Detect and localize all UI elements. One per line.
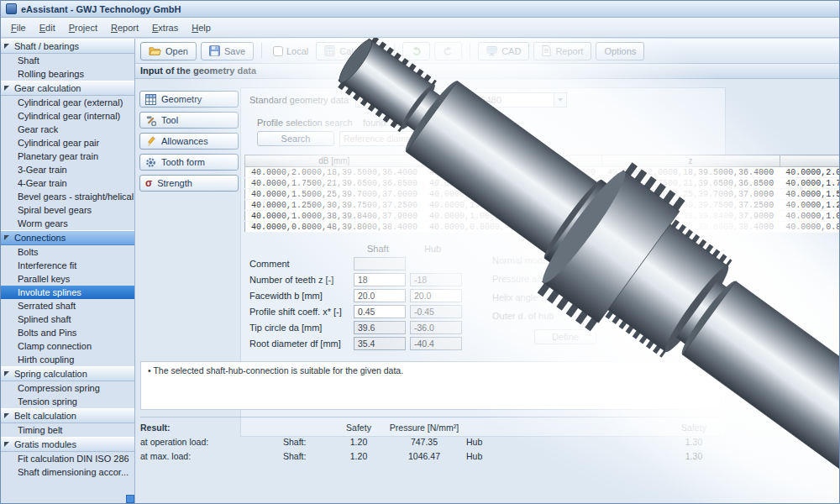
menu-item[interactable]: Project: [62, 20, 104, 35]
sidebar-item[interactable]: Bevel gears - straight/helical: [1, 190, 134, 203]
hub-value-field[interactable]: [410, 305, 462, 318]
shaft-value-field[interactable]: [354, 273, 406, 286]
open-button[interactable]: Open: [140, 42, 197, 60]
sidebar-item[interactable]: Involute splines: [1, 286, 134, 299]
sidebar-group-header[interactable]: Spring calculation: [1, 366, 134, 381]
redo-icon: [443, 45, 454, 56]
table-cell: 40.0000,1.2500,30,39.7500,37.2500: [780, 200, 839, 211]
sidebar-item[interactable]: Tension spring: [1, 395, 134, 408]
local-label: Local: [286, 46, 308, 56]
save-button[interactable]: Save: [201, 42, 254, 60]
redo-button[interactable]: [434, 42, 462, 60]
hub-value-field[interactable]: [410, 289, 462, 302]
tool-button[interactable]: Tool: [139, 112, 239, 129]
sidebar-item[interactable]: Spiral bevel gears: [1, 203, 134, 217]
sidebar-item[interactable]: Planetary gear train: [1, 150, 134, 163]
sidebar-group-header[interactable]: Belt calculation: [1, 408, 134, 423]
hub-value-field[interactable]: [410, 273, 462, 286]
table-row[interactable]: 40.0000,1.2500,30,39.7500,37.250040.0000…: [245, 200, 840, 211]
menu-item[interactable]: File: [4, 20, 33, 35]
undo-button[interactable]: [402, 42, 430, 60]
sidebar-item[interactable]: Splined shaft: [1, 312, 134, 326]
sidebar-group-label: Shaft / bearings: [14, 41, 79, 51]
sidebar-group: Shaft / bearings Shaft Rolling bearings: [1, 39, 134, 81]
hub-value-field[interactable]: [410, 321, 462, 334]
table-row[interactable]: 40.0000,0.8000,48,39.8000,38.400040.0000…: [245, 222, 840, 233]
report-button[interactable]: Report: [533, 42, 591, 60]
sidebar-group-header[interactable]: Shaft / bearings: [1, 39, 134, 54]
result-section: Result: Safety Pressure [N/mm²] Safety a…: [140, 417, 722, 464]
strength-button[interactable]: σ Strength: [139, 175, 239, 192]
sidebar-item[interactable]: Cylindrical gear (internal): [1, 109, 134, 123]
geometry-button[interactable]: Geometry: [139, 91, 239, 108]
sidebar-item[interactable]: Clamp connection: [1, 339, 134, 353]
sidebar-item[interactable]: Cylindrical gear (external): [1, 96, 134, 109]
module-nav-buttons: Geometry Tool Allowances Tooth form: [139, 91, 239, 192]
shaft-value-field[interactable]: [354, 305, 406, 318]
hub-safety-value: 1.30: [666, 449, 722, 464]
table-header-cell[interactable]: z: [601, 155, 780, 167]
sidebar-group-header[interactable]: Gear calculation: [1, 81, 134, 96]
sidebar-item[interactable]: Bolts: [1, 245, 134, 259]
reference-diameter-input[interactable]: [339, 131, 472, 146]
sidebar-item[interactable]: Rolling bearings: [1, 67, 134, 81]
search-button[interactable]: Search: [257, 131, 334, 146]
shaft-value-field[interactable]: [354, 337, 406, 350]
cad-button[interactable]: CAD: [478, 42, 529, 60]
table-cell: 40.0000,2.0000,18,39.5000,36.4000: [780, 167, 839, 178]
menu-item[interactable]: Edit: [33, 20, 62, 35]
sidebar-item[interactable]: Serrated shaft: [1, 299, 134, 312]
menu-item[interactable]: Help: [185, 20, 218, 35]
sidebar-group-header[interactable]: Connections: [1, 230, 134, 245]
sidebar-item[interactable]: Compression spring: [1, 381, 134, 395]
group-expand-icon: [4, 44, 9, 49]
menu-item[interactable]: Report: [104, 20, 145, 35]
geometry-profile-value: involute gear profile acc. DIN 5480: [356, 95, 554, 105]
form-row-label: Tip circle da [mm]: [249, 323, 322, 333]
define-button[interactable]: Define: [534, 329, 596, 344]
sidebar-group-label: Connections: [14, 233, 66, 243]
sidebar-group-header[interactable]: Gratis modules: [1, 437, 134, 452]
shaft-value-field[interactable]: [354, 289, 406, 302]
options-button[interactable]: Options: [596, 42, 644, 60]
sidebar-group: Spring calculation Compression spring Te…: [1, 366, 134, 408]
shaft-value-field[interactable]: [354, 321, 406, 334]
sidebar-item[interactable]: Fit calculation DIN ISO 286: [1, 452, 134, 465]
table-row[interactable]: 40.0000,2.0000,18,39.5000,36.400040.0000…: [245, 167, 840, 178]
allowances-button[interactable]: Allowances: [139, 133, 239, 150]
sidebar-item[interactable]: Shaft: [1, 54, 134, 67]
tooth-form-button[interactable]: Tooth form: [139, 154, 239, 171]
sidebar-scrollbar[interactable]: [126, 495, 134, 503]
result-shaft-label: Shaft:: [283, 449, 335, 464]
table-row[interactable]: 40.0000,1.7500,21,39.6500,36.850040.0000…: [245, 178, 840, 189]
sidebar-item[interactable]: Hirth coupling: [1, 353, 134, 366]
table-header-cell[interactable]: dB [mm]: [245, 155, 424, 167]
table-row[interactable]: 40.0000,1.5000,25,39.7000,37.000040.0000…: [245, 189, 840, 200]
sidebar-item[interactable]: 3-Gear train: [1, 163, 134, 176]
sidebar-item[interactable]: Cylindrical gear pair: [1, 136, 134, 150]
table-header-cell[interactable]: da [mm]: [780, 155, 839, 167]
shaft-value-field[interactable]: [354, 257, 406, 270]
table-row[interactable]: 40.0000,1.0000,38,39.8400,37.900040.0000…: [245, 211, 840, 222]
sidebar-item[interactable]: Interference fit: [1, 259, 134, 272]
table-header-cell[interactable]: m [mm]: [423, 155, 601, 167]
sidebar-item[interactable]: Worm gears: [1, 217, 134, 230]
hub-value-field[interactable]: [410, 337, 462, 350]
result-rows: at operation load: Shaft: 1.20 747.35 Hu…: [140, 435, 722, 464]
local-checkbox[interactable]: [273, 46, 283, 56]
sidebar-item[interactable]: 4-Gear train: [1, 176, 134, 190]
menu-item[interactable]: Extras: [145, 20, 185, 35]
result-row-label: at operation load:: [140, 435, 283, 449]
sidebar-item[interactable]: Shaft dimensioning accor...: [1, 465, 134, 479]
calculate-button[interactable]: Calculate: [316, 42, 386, 60]
sidebar-item[interactable]: Timing belt: [1, 423, 134, 437]
sidebar-item[interactable]: Parallel keys: [1, 272, 134, 286]
chevron-down-icon[interactable]: [554, 93, 566, 107]
sidebar-item[interactable]: Bolts and Pins: [1, 326, 134, 339]
open-label: Open: [165, 46, 188, 56]
title-bar[interactable]: eAssistant - GWJ Technology GmbH: [1, 1, 839, 18]
folder-icon: [149, 45, 161, 56]
sidebar-item[interactable]: Gear rack: [1, 123, 134, 136]
result-shaft-label: Shaft:: [283, 435, 335, 449]
geometry-profile-dropdown[interactable]: involute gear profile acc. DIN 5480: [355, 92, 567, 108]
